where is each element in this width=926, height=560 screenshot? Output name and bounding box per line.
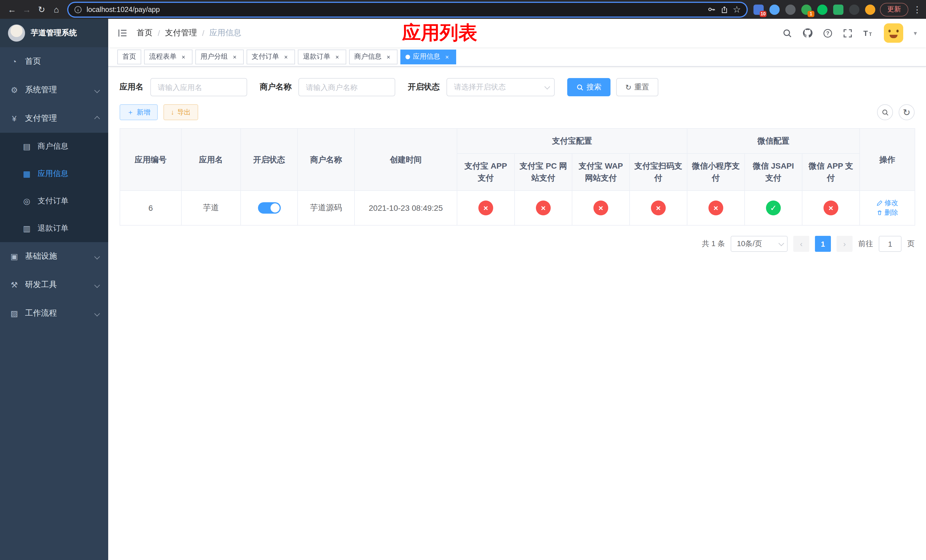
home-icon[interactable]: ⌂	[49, 2, 64, 17]
sidebar-item-app-info[interactable]: ▦ 应用信息	[0, 160, 108, 188]
col-alipay-pc: 支付宝 PC 网站支付	[514, 153, 572, 191]
sidebar-item-dev-tools[interactable]: ⚒ 研发工具	[0, 271, 108, 299]
refresh-table-button[interactable]: ↻	[899, 104, 915, 120]
browser-update-button[interactable]: 更新	[880, 3, 908, 16]
extension-icon-6[interactable]	[833, 4, 843, 15]
add-button[interactable]: ＋ 新增	[120, 104, 158, 120]
address-bar[interactable]: localhost:1024/pay/app ☆	[68, 3, 747, 16]
page-size-select[interactable]: 10条/页	[731, 236, 788, 252]
extension-icon-3[interactable]	[785, 4, 796, 15]
alipay-qr-status-icon: ×	[651, 201, 666, 215]
col-wx-jsapi: 微信 JSAPI 支付	[744, 153, 802, 191]
url-text: localhost:1024/pay/app	[86, 5, 702, 14]
edit-button[interactable]: 修改	[876, 198, 898, 208]
extension-icon-7[interactable]	[849, 4, 859, 15]
wx-mini-status-icon: ×	[708, 201, 723, 215]
tab-home[interactable]: 首页	[117, 49, 141, 64]
navbar-actions: ? TT ▾	[783, 23, 917, 43]
font-size-icon[interactable]: TT	[863, 29, 874, 38]
site-info-icon[interactable]	[74, 5, 82, 14]
page-title-annotation: 应用列表	[402, 20, 477, 46]
goto-page-input[interactable]	[879, 236, 902, 252]
reset-button[interactable]: ↻ 重置	[616, 78, 658, 96]
col-app-name: 应用名	[182, 129, 241, 191]
sidebar-item-system[interactable]: ⚙ 系统管理	[0, 76, 108, 104]
sidebar-collapse-icon[interactable]	[117, 29, 127, 38]
close-icon[interactable]: ×	[384, 53, 392, 61]
search-button[interactable]: 搜索	[567, 78, 610, 96]
browser-toolbar: ← → ↻ ⌂ localhost:1024/pay/app ☆ 10 1	[0, 0, 926, 19]
sidebar-item-pay-orders[interactable]: ◎ 支付订单	[0, 188, 108, 215]
col-actions: 操作	[859, 129, 915, 191]
status-select[interactable]: 请选择开启状态	[446, 78, 555, 96]
share-icon[interactable]	[720, 5, 728, 14]
close-icon[interactable]: ×	[282, 53, 290, 61]
extension-icon-8[interactable]	[865, 4, 875, 15]
sidebar-menu: ◔ 首页 ⚙ 系统管理 ¥ 支付管理 ▤ 商户信息	[0, 47, 108, 328]
reload-icon[interactable]: ↻	[34, 2, 49, 17]
tab-app-info[interactable]: 应用信息×	[400, 49, 456, 64]
avatar-caret-icon[interactable]: ▾	[914, 29, 917, 37]
back-icon[interactable]: ←	[5, 2, 20, 17]
export-button[interactable]: ↓ 导出	[163, 104, 198, 120]
tab-user-group[interactable]: 用户分组×	[195, 49, 244, 64]
bookmark-star-icon[interactable]: ☆	[733, 4, 741, 15]
extension-icon-2[interactable]	[769, 4, 780, 15]
sidebar-item-home[interactable]: ◔ 首页	[0, 47, 108, 76]
sidebar: 芋道管理系统 ◔ 首页 ⚙ 系统管理 ¥ 支付管理	[0, 19, 108, 560]
forward-icon[interactable]: →	[20, 2, 34, 17]
prev-page-button[interactable]: ‹	[793, 236, 809, 252]
sidebar-item-refund-orders[interactable]: ▥ 退款订单	[0, 215, 108, 242]
app-name-label: 应用名	[120, 82, 144, 92]
yen-icon: ¥	[9, 114, 20, 123]
tab-pay-orders[interactable]: 支付订单×	[247, 49, 295, 64]
chevron-down-icon	[94, 282, 100, 288]
chevron-up-icon	[94, 116, 100, 121]
page-number-button[interactable]: 1	[815, 236, 831, 252]
help-icon[interactable]: ?	[823, 28, 833, 38]
chevron-down-icon	[94, 310, 100, 316]
password-key-icon[interactable]	[707, 5, 716, 14]
wx-jsapi-status-icon: ✓	[766, 201, 781, 215]
next-page-button[interactable]: ›	[837, 236, 853, 252]
breadcrumb-home[interactable]: 首页	[137, 28, 153, 38]
close-icon[interactable]: ×	[443, 53, 451, 61]
total-count: 共 1 条	[702, 239, 725, 249]
delete-button[interactable]: 删除	[876, 208, 898, 218]
alipay-app-status-icon: ×	[478, 201, 493, 215]
app-name-input[interactable]	[150, 78, 247, 96]
tab-merchant-info[interactable]: 商户信息×	[349, 49, 398, 64]
close-icon[interactable]: ×	[333, 53, 341, 61]
chevron-down-icon	[94, 87, 100, 93]
search-icon[interactable]	[783, 28, 793, 38]
extension-icon-4[interactable]: 1	[801, 4, 811, 15]
sidebar-item-merchant-info[interactable]: ▤ 商户信息	[0, 133, 108, 160]
sidebar-item-payment[interactable]: ¥ 支付管理	[0, 104, 108, 133]
col-created: 创建时间	[354, 129, 457, 191]
close-icon[interactable]: ×	[179, 53, 188, 61]
extension-icon-1[interactable]: 10	[754, 4, 764, 15]
app-title: 芋道管理系统	[31, 28, 77, 38]
toggle-search-button[interactable]	[877, 104, 893, 120]
avatar[interactable]	[884, 23, 903, 43]
sidebar-item-infrastructure[interactable]: ▣ 基础设施	[0, 242, 108, 271]
col-alipay-app: 支付宝 APP 支付	[457, 153, 514, 191]
close-icon[interactable]: ×	[231, 53, 239, 61]
status-toggle[interactable]	[258, 202, 280, 213]
tab-refund-orders[interactable]: 退款订单×	[298, 49, 346, 64]
col-wx-app: 微信 APP 支付	[802, 153, 859, 191]
cell-status	[241, 191, 298, 225]
browser-menu-icon[interactable]: ⋮	[913, 4, 921, 15]
extension-icon-5[interactable]	[817, 4, 828, 15]
alipay-wap-status-icon: ×	[593, 201, 608, 215]
app-logo[interactable]: 芋道管理系统	[0, 19, 108, 47]
fullscreen-icon[interactable]	[843, 28, 853, 38]
merchant-name-input[interactable]	[298, 78, 395, 96]
logo-image	[8, 24, 25, 42]
breadcrumb-payment[interactable]: 支付管理	[165, 28, 197, 38]
extensions-row: 10 1	[754, 4, 875, 15]
breadcrumb-separator: /	[202, 29, 204, 38]
github-icon[interactable]	[803, 28, 813, 38]
tab-process-form[interactable]: 流程表单×	[144, 49, 192, 64]
sidebar-item-workflow[interactable]: ▨ 工作流程	[0, 299, 108, 328]
